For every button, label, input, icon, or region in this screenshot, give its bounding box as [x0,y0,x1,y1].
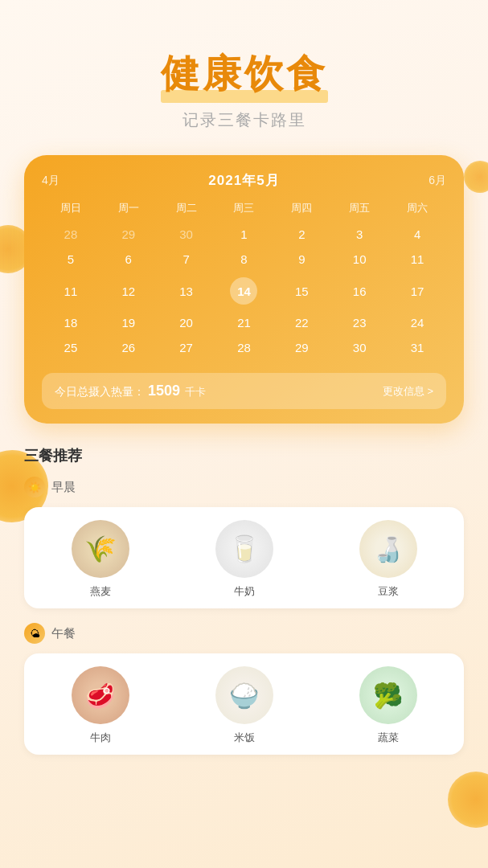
weekday-wed: 周三 [215,198,273,222]
calendar-row-1: 5 6 7 8 9 10 11 [42,247,446,272]
cal-day[interactable]: 21 [215,310,273,335]
calendar-weekday-row: 周日 周一 周二 周三 周四 周五 周六 [42,198,446,222]
cal-day[interactable]: 8 [215,247,273,272]
breakfast-section: ☀️ 早晨 燕麦 牛奶 豆浆 [24,477,464,608]
weekday-tue: 周二 [158,198,215,222]
cal-day[interactable]: 29 [100,222,158,247]
cal-day[interactable]: 24 [388,310,446,335]
breakfast-food-row: 燕麦 牛奶 豆浆 [24,507,464,608]
cal-day[interactable]: 20 [158,310,215,335]
cal-day[interactable]: 28 [42,222,100,247]
food-image-soymilk [359,520,417,578]
food-image-milk [215,520,273,578]
food-image-veg [359,666,417,724]
cal-day[interactable]: 9 [273,247,330,272]
cal-day[interactable]: 6 [100,247,158,272]
cal-day[interactable]: 13 [158,272,215,310]
calendar-grid: 周日 周一 周二 周三 周四 周五 周六 28 29 30 1 2 3 4 5 [42,198,446,360]
calendar-row-4: 25 26 27 28 29 30 31 [42,335,446,360]
cal-day[interactable]: 23 [330,310,388,335]
cloud-sun-icon: 🌤 [30,628,40,640]
prev-month-label: 4月 [42,174,59,188]
cal-day-today[interactable]: 14 [215,272,273,310]
cal-day[interactable]: 5 [42,247,100,272]
calories-unit: 千卡 [185,385,206,399]
cal-day[interactable]: 3 [330,222,388,247]
lunch-label-text: 午餐 [51,626,76,641]
food-name-rice: 米饭 [234,731,255,745]
weekday-sun: 周日 [42,198,100,222]
cal-day[interactable]: 1 [215,222,273,247]
cal-day[interactable]: 16 [330,272,388,310]
sun-icon: ☀️ [28,481,41,493]
cal-day[interactable]: 11 [388,247,446,272]
lunch-icon: 🌤 [24,623,45,644]
calendar-row-2: 11 12 13 14 15 16 17 [42,272,446,310]
cal-day[interactable]: 2 [273,222,330,247]
page-wrapper: 健康饮食 记录三餐卡路里 4月 2021年5月 6月 周日 周一 周二 周三 周… [0,0,488,817]
weekday-thu: 周四 [273,198,330,222]
next-month-label: 6月 [429,174,446,188]
calories-info: 今日总摄入热量： 1509 千卡 [55,383,206,399]
current-month-label: 2021年5月 [208,171,279,190]
food-name-milk: 牛奶 [234,584,255,599]
page-title: 健康饮食 [161,48,328,100]
food-name-soymilk: 豆浆 [378,584,399,599]
bottom-spacer [24,769,464,817]
cal-day[interactable]: 30 [330,335,388,360]
breakfast-label-text: 早晨 [51,480,76,495]
food-name-veg: 蔬菜 [378,731,399,745]
cal-day[interactable]: 31 [388,335,446,360]
cal-day[interactable]: 30 [158,222,215,247]
calendar-row-0: 28 29 30 1 2 3 4 [42,222,446,247]
cal-day[interactable]: 28 [215,335,273,360]
cal-day[interactable]: 25 [42,335,100,360]
cal-day[interactable]: 29 [273,335,330,360]
weekday-mon: 周一 [100,198,158,222]
recommendations-section: 三餐推荐 ☀️ 早晨 燕麦 牛奶 豆浆 [24,446,464,755]
cal-day[interactable]: 4 [388,222,446,247]
cal-day[interactable]: 11 [42,272,100,310]
calories-label: 今日总摄入热量： [55,385,145,399]
cal-day[interactable]: 27 [158,335,215,360]
cal-day[interactable]: 15 [273,272,330,310]
food-item-soymilk[interactable]: 豆浆 [320,520,456,599]
calendar-footer: 今日总摄入热量： 1509 千卡 更改信息 > [42,373,446,409]
food-item-veg[interactable]: 蔬菜 [320,666,456,745]
header: 健康饮食 记录三餐卡路里 [24,0,464,131]
cal-day[interactable]: 22 [273,310,330,335]
lunch-section: 🌤 午餐 牛肉 米饭 蔬菜 [24,623,464,755]
today-circle: 14 [230,277,257,305]
cal-day[interactable]: 12 [100,272,158,310]
food-image-beef [72,666,129,724]
lunch-label: 🌤 午餐 [24,623,464,644]
breakfast-label: ☀️ 早晨 [24,477,464,497]
food-item-milk[interactable]: 牛奶 [176,520,312,599]
food-item-rice[interactable]: 米饭 [176,666,312,745]
food-name-beef: 牛肉 [90,731,111,745]
cal-day[interactable]: 10 [330,247,388,272]
cal-day[interactable]: 18 [42,310,100,335]
lunch-food-row: 牛肉 米饭 蔬菜 [24,653,464,755]
cal-day[interactable]: 26 [100,335,158,360]
weekday-sat: 周六 [388,198,446,222]
food-image-rice [215,666,273,724]
calendar-card: 4月 2021年5月 6月 周日 周一 周二 周三 周四 周五 周六 28 29… [24,155,464,424]
change-info-link[interactable]: 更改信息 > [383,384,433,399]
weekday-fri: 周五 [330,198,388,222]
food-name-oat: 燕麦 [90,584,111,599]
cal-day[interactable]: 7 [158,247,215,272]
cal-day[interactable]: 19 [100,310,158,335]
food-image-oat [72,520,129,578]
page-subtitle: 记录三餐卡路里 [24,109,464,131]
food-item-beef[interactable]: 牛肉 [32,666,168,745]
calendar-row-3: 18 19 20 21 22 23 24 [42,310,446,335]
breakfast-icon: ☀️ [24,477,45,497]
food-item-oat[interactable]: 燕麦 [32,520,168,599]
cal-day[interactable]: 17 [388,272,446,310]
calories-value: 1509 [148,383,180,399]
section-title: 三餐推荐 [24,446,464,465]
calendar-month-header: 4月 2021年5月 6月 [42,171,446,190]
